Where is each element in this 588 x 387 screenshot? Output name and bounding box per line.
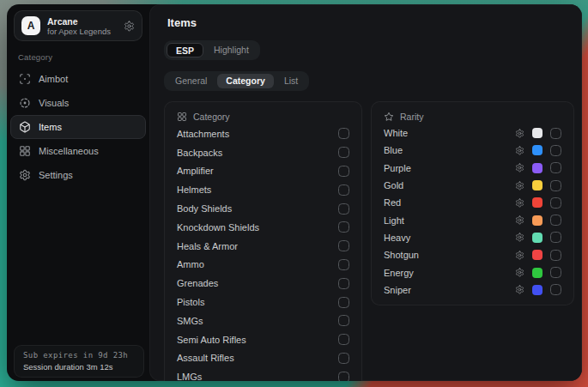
category-row-label: Heals & Armor — [177, 241, 238, 251]
app-settings-gear-icon[interactable] — [124, 21, 135, 32]
tabs-option-list[interactable]: List — [276, 74, 306, 88]
mode-toggle-option-esp[interactable]: ESP — [167, 43, 203, 57]
category-checkbox-pistols[interactable] — [338, 297, 349, 308]
category-row-attachments: Attachments — [165, 124, 361, 143]
rarity-checkbox-white[interactable] — [550, 128, 561, 139]
rarity-color-swatch-energy[interactable] — [532, 268, 543, 278]
sidebar-item-miscellaneous[interactable]: Miscellaneous — [10, 139, 146, 163]
category-row-helmets: Helmets — [165, 180, 361, 199]
rarity-checkbox-heavy[interactable] — [550, 232, 561, 243]
rarity-color-swatch-blue[interactable] — [532, 145, 543, 155]
tabs-option-general[interactable]: General — [167, 74, 215, 88]
rarity-color-swatch-red[interactable] — [532, 197, 543, 208]
rarity-checkbox-gold[interactable] — [550, 180, 561, 191]
rarity-settings-gear-icon[interactable] — [515, 163, 524, 172]
rarity-row-label: Shotgun — [384, 250, 515, 260]
rarity-row-label: Blue — [384, 145, 515, 155]
sidebar-item-label: Aimbot — [39, 74, 68, 84]
rarity-checkbox-sniper[interactable] — [550, 284, 561, 295]
sub-expires-text: Sub expires in 9d 23h — [23, 351, 135, 360]
category-row-backpacks: Backpacks — [165, 143, 361, 162]
rarity-row-red: Red — [372, 194, 573, 211]
sidebar-item-label: Visuals — [39, 98, 69, 108]
rarity-color-swatch-heavy[interactable] — [532, 233, 543, 243]
rarity-panel: Rarity WhiteBluePurpleGoldRedLightHeavyS… — [371, 101, 574, 305]
category-row-label: Amplifier — [177, 166, 214, 176]
rarity-checkbox-energy[interactable] — [550, 267, 561, 278]
rarity-settings-gear-icon[interactable] — [515, 146, 524, 155]
category-checkbox-smgs[interactable] — [338, 315, 349, 326]
category-row-label: Pistols — [177, 297, 204, 307]
app-logo: A — [21, 16, 40, 35]
mode-toggle-option-highlight[interactable]: Highlight — [205, 43, 258, 57]
category-checkbox-ammo[interactable] — [338, 259, 349, 270]
category-checkbox-knockdown-shields[interactable] — [338, 221, 349, 233]
rarity-row-heavy: Heavy — [372, 229, 573, 246]
category-checkbox-grenades[interactable] — [338, 278, 349, 289]
rarity-checkbox-red[interactable] — [550, 197, 561, 209]
rarity-row-shotgun: Shotgun — [372, 246, 573, 263]
category-row-label: Backpacks — [177, 148, 222, 158]
category-row-label: Grenades — [177, 278, 218, 288]
rarity-color-swatch-light[interactable] — [532, 215, 543, 226]
rarity-checkbox-purple[interactable] — [550, 162, 561, 173]
rarity-row-label: Heavy — [384, 233, 515, 243]
rarity-color-swatch-sniper[interactable] — [532, 285, 543, 295]
sidebar: A Arcane for Apex Legends Category Aimbo… — [7, 4, 149, 381]
rarity-row-sniper: Sniper — [372, 281, 573, 299]
rarity-settings-gear-icon[interactable] — [515, 129, 524, 138]
rarity-row-label: Gold — [384, 180, 515, 190]
category-row-label: Ammo — [177, 259, 204, 269]
rarity-row-label: Purple — [384, 163, 515, 173]
rarity-panel-header: Rarity — [372, 102, 573, 124]
rarity-settings-gear-icon[interactable] — [515, 181, 524, 190]
rarity-color-swatch-gold[interactable] — [532, 180, 543, 190]
category-checkbox-amplifier[interactable] — [338, 166, 349, 177]
category-checkbox-body-shields[interactable] — [338, 203, 349, 215]
rarity-color-swatch-shotgun[interactable] — [532, 250, 543, 260]
category-checkbox-semi-auto-rifles[interactable] — [338, 334, 349, 345]
category-checkbox-assault-rifles[interactable] — [338, 353, 349, 364]
rarity-checkbox-blue[interactable] — [550, 145, 561, 156]
sidebar-item-items[interactable]: Items — [10, 115, 146, 139]
rarity-settings-gear-icon[interactable] — [515, 215, 524, 225]
category-row-grenades: Grenades — [165, 274, 361, 293]
category-checkbox-attachments[interactable] — [338, 128, 349, 139]
rarity-settings-gear-icon[interactable] — [515, 233, 524, 242]
sidebar-item-label: Items — [39, 122, 62, 132]
rarity-color-swatch-white[interactable] — [532, 128, 543, 138]
rarity-color-swatch-purple[interactable] — [532, 163, 543, 173]
tabs-option-category[interactable]: Category — [217, 74, 274, 88]
category-row-label: Attachments — [177, 129, 229, 139]
rarity-settings-gear-icon[interactable] — [515, 268, 524, 277]
category-checkbox-helmets[interactable] — [338, 184, 349, 196]
rarity-row-blue: Blue — [372, 142, 573, 159]
category-checkbox-heals-armor[interactable] — [338, 240, 349, 251]
category-row-smgs: SMGs — [165, 311, 361, 330]
rarity-row-label: Energy — [384, 268, 515, 278]
sidebar-item-label: Settings — [39, 170, 73, 180]
category-checkbox-lmgs[interactable] — [338, 372, 349, 381]
rarity-row-energy: Energy — [372, 263, 573, 281]
category-row-assault-rifles: Assault Rifles — [165, 349, 361, 368]
sidebar-item-label: Miscellaneous — [39, 146, 99, 156]
rarity-row-gold: Gold — [372, 177, 573, 194]
rarity-row-label: Red — [384, 197, 515, 208]
category-row-ammo: Ammo — [165, 256, 361, 275]
rarity-checkbox-shotgun[interactable] — [550, 250, 561, 261]
category-checkbox-backpacks[interactable] — [338, 147, 349, 158]
rarity-settings-gear-icon[interactable] — [515, 285, 524, 294]
sidebar-item-visuals[interactable]: Visuals — [10, 91, 146, 115]
category-rows: AttachmentsBackpacksAmplifierHelmetsBody… — [165, 124, 361, 381]
category-row-semi-auto-rifles: Semi Auto Rifles — [165, 330, 361, 349]
sidebar-item-aimbot[interactable]: Aimbot — [10, 67, 146, 91]
sidebar-item-settings[interactable]: Settings — [10, 163, 146, 187]
sidebar-nav: AimbotVisualsItemsMiscellaneousSettings — [10, 67, 146, 187]
esp-highlight-toggle: ESPHighlight — [164, 40, 260, 60]
rarity-settings-gear-icon[interactable] — [515, 251, 524, 260]
rarity-settings-gear-icon[interactable] — [515, 198, 524, 208]
main-content: Items ESPHighlight GeneralCategoryList C… — [149, 4, 582, 381]
category-row-body-shields: Body Shields — [165, 199, 361, 218]
eye-scan-icon — [19, 97, 31, 109]
rarity-checkbox-light[interactable] — [550, 215, 561, 226]
